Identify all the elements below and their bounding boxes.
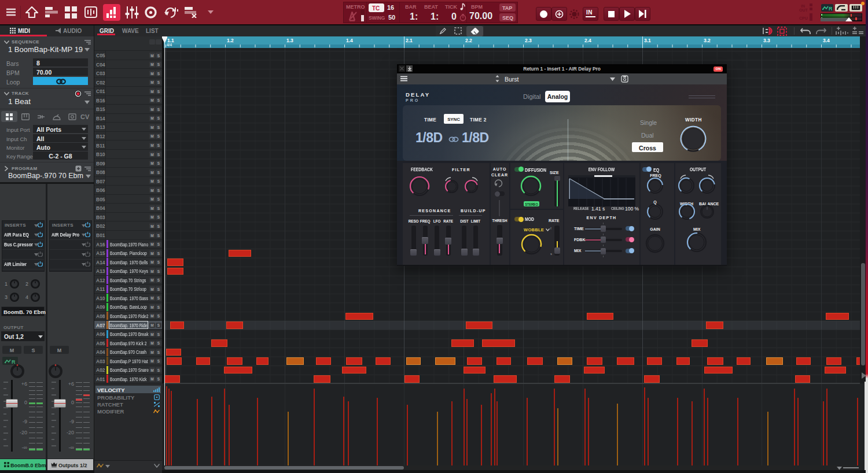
svg-text:R: R (12, 359, 16, 364)
svg-text:R: R (829, 6, 832, 11)
